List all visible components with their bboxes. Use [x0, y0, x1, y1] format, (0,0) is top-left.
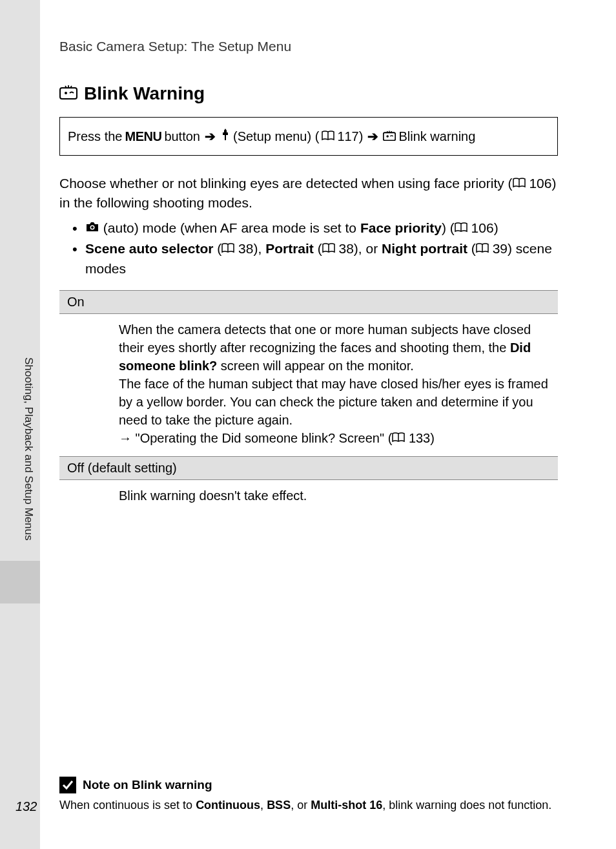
bullet-bold: Portrait	[265, 241, 314, 256]
svg-point-3	[387, 135, 389, 138]
page-ref: 38), or	[338, 241, 382, 256]
svg-rect-0	[60, 88, 77, 99]
option-label-off: Off (default setting)	[59, 457, 558, 480]
bullet-text: (auto) mode (when AF area mode is set to	[103, 220, 360, 235]
blink-warning-icon	[59, 83, 77, 104]
option-body-on: When the camera detects that one or more…	[59, 314, 558, 457]
option-row-header: Off (default setting)	[59, 457, 558, 480]
book-icon	[392, 431, 405, 445]
arrow-right-icon: ➔	[205, 127, 216, 146]
book-icon	[455, 220, 467, 235]
blink-warning-small-icon	[383, 127, 396, 146]
intro-text: Choose whether or not blinking eyes are …	[59, 176, 513, 191]
option-row-body: When the camera detects that one or more…	[59, 314, 558, 457]
note-bold: Multi-shot 16	[311, 799, 382, 812]
bullet-text: (	[213, 241, 221, 256]
page-ref: 106)	[471, 220, 498, 235]
option-row-body: Blink warning doesn't take effect.	[59, 480, 558, 514]
book-icon	[322, 241, 335, 256]
option-label-on: On	[59, 291, 558, 314]
page-ref: 133)	[409, 431, 435, 445]
svg-point-5	[91, 226, 94, 229]
nav-text: button	[164, 127, 200, 146]
bullet-bold: Scene auto selector	[85, 241, 213, 256]
opt-text: When the camera detects that one or more…	[119, 322, 531, 355]
book-icon	[476, 241, 489, 256]
page-number: 132	[15, 799, 37, 814]
option-row-header: On	[59, 291, 558, 314]
note-text: ,	[260, 799, 267, 812]
note-bold: BSS	[267, 799, 291, 812]
arrow-right-icon: ➔	[367, 127, 378, 146]
book-icon	[513, 176, 526, 191]
svg-point-1	[65, 92, 67, 94]
nav-page-ref: 117)	[337, 127, 363, 146]
note-body: When continuous is set to Continuous, BS…	[59, 797, 558, 813]
nav-text: (Setup menu) (	[233, 127, 319, 146]
options-table: On When the camera detects that one or m…	[59, 290, 558, 514]
note-title: Note on Blink warning	[83, 778, 212, 792]
note-heading: Note on Blink warning	[59, 777, 558, 793]
breadcrumb-header: Basic Camera Setup: The Setup Menu	[59, 39, 558, 54]
heading-text: Blink Warning	[84, 83, 205, 104]
svg-rect-2	[384, 132, 395, 140]
bullet-bold: Night portrait	[382, 241, 467, 256]
side-tab-marker	[0, 561, 40, 603]
note-block: Note on Blink warning When continuous is…	[59, 777, 558, 813]
mode-list: (auto) mode (when AF area mode is set to…	[59, 218, 558, 278]
opt-text: screen will appear on the monitor.	[217, 359, 414, 373]
wrench-icon	[220, 127, 231, 146]
note-text: When continuous is set to	[59, 799, 196, 812]
side-section-label: Shooting, Playback and Setup Menus	[0, 352, 43, 546]
navigation-path-box: Press the MENU button ➔ (Setup menu) ( 1…	[59, 117, 558, 156]
note-text: , or	[291, 799, 311, 812]
menu-button-label: MENU	[125, 127, 161, 146]
list-item: (auto) mode (when AF area mode is set to…	[72, 218, 558, 238]
option-body-off: Blink warning doesn't take effect.	[59, 480, 558, 514]
page-content: Basic Camera Setup: The Setup Menu Blink…	[40, 0, 616, 849]
opt-link-text: → "Operating the Did someone blink? Scre…	[119, 431, 392, 445]
bullet-text: ) (	[442, 220, 455, 235]
check-icon	[59, 777, 76, 793]
nav-text: Press the	[68, 127, 122, 146]
side-tab: Shooting, Playback and Setup Menus	[0, 352, 43, 546]
note-bold: Continuous	[196, 799, 260, 812]
book-icon	[221, 241, 234, 256]
note-text: , blink warning does not function.	[382, 799, 551, 812]
bullet-text: (	[467, 241, 476, 256]
section-heading: Blink Warning	[59, 83, 558, 104]
opt-text: The face of the human subject that may h…	[119, 377, 548, 427]
page-ref: 38),	[238, 241, 265, 256]
list-item: Scene auto selector ( 38), Portrait ( 38…	[72, 239, 558, 278]
intro-paragraph: Choose whether or not blinking eyes are …	[59, 174, 558, 213]
bullet-text: (	[314, 241, 322, 256]
nav-text: Blink warning	[398, 127, 475, 146]
book-icon	[322, 127, 334, 146]
bullet-bold: Face priority	[360, 220, 442, 235]
camera-icon	[85, 220, 99, 235]
